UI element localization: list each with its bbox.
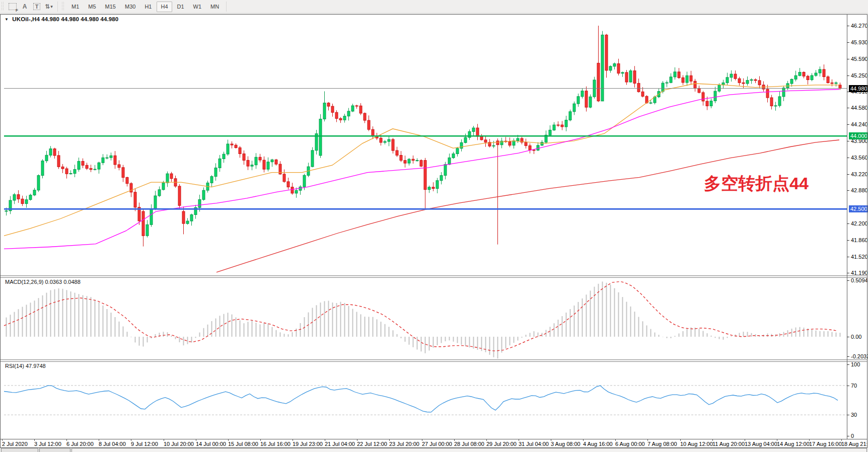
rsi-scale-label: 0: [851, 433, 854, 439]
price-tick-mark: [847, 257, 849, 257]
price-tick-label: 46.270: [851, 23, 868, 29]
time-axis-label: 28 Jul 08:00: [454, 441, 484, 447]
price-tick-mark: [847, 59, 849, 59]
price-tick-label: 45.590: [851, 56, 868, 62]
price-tick-label: 41.520: [851, 254, 868, 260]
time-axis-label: 14 Jul 00:00: [196, 441, 226, 447]
price-tick-mark: [847, 141, 849, 141]
price-level-box: 44.980: [849, 85, 868, 92]
time-axis-label: 31 Jul 04:00: [519, 441, 549, 447]
time-axis-label: 29 Jul 20:00: [486, 441, 517, 447]
price-tick-label: 45.250: [851, 72, 868, 79]
time-axis-label: 6 Jul 20:00: [66, 441, 94, 447]
rsi-pane-separator[interactable]: [1, 359, 867, 362]
time-axis-label: 8 Jul 04:00: [99, 441, 126, 447]
ohlc-low: 44.980: [81, 16, 99, 22]
time-axis-label: 14 Aug 12:00: [777, 441, 810, 447]
price-tick-mark: [847, 223, 849, 224]
time-axis-label: 4 Aug 16:00: [583, 441, 613, 447]
time-axis-label: 6 Aug 00:00: [615, 441, 645, 447]
macd-tick-mark: [847, 356, 849, 357]
price-tick-mark: [847, 158, 849, 158]
price-tick-mark: [847, 76, 849, 76]
chinese-annotation-text: 多空转折点44: [704, 172, 809, 195]
symbol-period-label: UKOil-,H4: [12, 16, 40, 22]
time-axis-label: 18 Aug 21:15: [841, 441, 868, 447]
price-level-box: 44.000: [849, 132, 868, 139]
time-axis-label: 10 Aug 12:00: [680, 441, 713, 447]
time-axis-label: 19 Jul 23:00: [293, 441, 323, 447]
ma-mid-magenta: [4, 90, 839, 249]
chart-tab-1[interactable]: [1, 448, 38, 452]
mt4-terminal: { "toolbar": { "icons": {"marquee_f": "F…: [0, 0, 868, 452]
macd-indicator-label: MACD(12,26,9) 0.0363 0.0488: [5, 279, 81, 285]
time-axis-label: 3 Jul 12:00: [34, 441, 61, 447]
price-tick-mark: [847, 240, 849, 241]
time-axis-label: 9 Jul 12:00: [131, 441, 158, 447]
price-level-box: 42.500: [849, 205, 868, 212]
time-axis-label: 22 Jul 12:00: [357, 441, 387, 447]
time-axis-label: 2 Jul 2020: [2, 441, 28, 447]
price-tick-label: 41.190: [851, 270, 868, 276]
chart-tab-3[interactable]: [71, 448, 867, 452]
macd-scale-label: 0.5094: [851, 277, 868, 283]
macd-pane: [4, 281, 840, 358]
price-tick-label: 43.220: [851, 171, 868, 177]
price-tick-mark: [847, 273, 849, 273]
time-axis-label: 17 Aug 16:00: [809, 441, 842, 447]
time-axis-label: 11 Aug 20:00: [712, 441, 745, 447]
price-tick-mark: [847, 108, 849, 108]
ohlc-high: 44.980: [61, 16, 79, 22]
time-axis-label: 13 Aug 04:00: [745, 441, 777, 447]
chart-tab-2[interactable]: [39, 448, 70, 452]
price-tick-mark: [847, 42, 849, 43]
price-tick-mark: [847, 124, 849, 125]
ohlc-open: 44.980: [41, 16, 59, 22]
price-tick-label: 42.880: [851, 187, 868, 193]
ma-fast-orange: [4, 84, 839, 236]
chart-title: ▼ UKOil-,H4 44.980 44.980 44.980 44.980: [5, 16, 118, 22]
macd-tick-mark: [847, 280, 849, 281]
chart-tab-bar: [0, 448, 868, 452]
time-axis-label: 7 Aug 08:00: [647, 441, 677, 447]
rsi-tick-mark: [847, 386, 849, 386]
price-axis-border: [847, 14, 847, 439]
rsi-scale-label: 70: [851, 383, 857, 389]
rsi-scale-label: 30: [851, 412, 857, 418]
rsi-scale-label: 100: [851, 361, 860, 367]
price-tick-mark: [847, 174, 849, 175]
price-tick-label: 43.560: [851, 155, 868, 161]
rsi-line: [4, 386, 838, 412]
time-axis-label: 3 Aug 08:00: [551, 441, 581, 447]
rsi-indicator-label: RSI(14) 47.9748: [5, 363, 46, 369]
ohlc-close: 44.980: [100, 16, 118, 22]
price-tick-label: 44.240: [851, 121, 868, 127]
time-axis-label: 23 Jul 20:00: [389, 441, 419, 447]
time-axis-label: 10 Jul 20:00: [164, 441, 194, 447]
macd-tick-mark: [847, 337, 849, 337]
rsi-tick-mark: [847, 415, 849, 415]
price-tick-mark: [847, 190, 849, 191]
price-tick-label: 41.860: [851, 237, 868, 243]
macd-pane-separator[interactable]: [1, 275, 867, 278]
collapse-triangle-icon[interactable]: ▼: [5, 17, 9, 22]
ma-slow-red: [216, 140, 839, 272]
price-tick-label: 45.930: [851, 39, 868, 45]
chart-canvas[interactable]: [0, 0, 868, 452]
time-axis-label: 27 Jul 00:00: [422, 441, 452, 447]
rsi-tick-mark: [847, 436, 849, 436]
rsi-pane: [4, 386, 847, 415]
macd-scale-label: -0.2032: [851, 353, 868, 359]
rsi-tick-mark: [847, 364, 849, 365]
price-tick-label: 44.580: [851, 105, 868, 111]
time-axis-label: 16 Jul 16:00: [260, 441, 291, 447]
time-axis-label: 15 Jul 08:00: [228, 441, 258, 447]
macd-scale-label: 0.00: [851, 334, 861, 340]
price-tick-mark: [847, 26, 849, 26]
time-axis-label: 21 Jul 04:00: [325, 441, 355, 447]
price-tick-label: 42.200: [851, 220, 868, 227]
